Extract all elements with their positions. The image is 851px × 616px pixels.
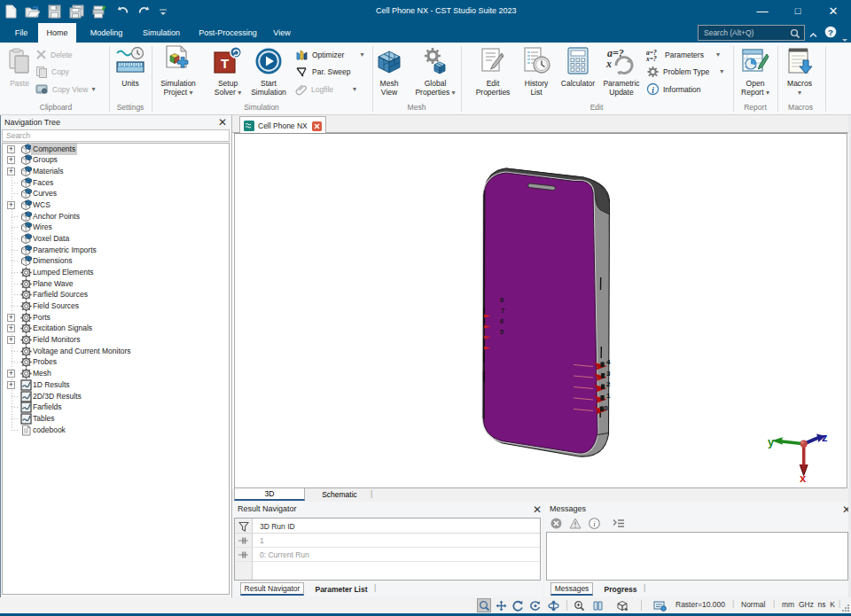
svg-text:4: 4 (606, 358, 611, 366)
svg-text:T: T (221, 56, 229, 71)
svg-text:x=?: x=? (646, 54, 657, 61)
svg-text:8: 8 (500, 296, 504, 304)
svg-text:x: x (800, 472, 807, 485)
svg-text:2: 2 (606, 380, 611, 388)
svg-text:1: 1 (606, 392, 611, 400)
svg-text:i: i (652, 86, 654, 95)
svg-text:3: 3 (606, 370, 611, 378)
svg-text:x: x (605, 58, 612, 70)
svg-text:5: 5 (500, 328, 504, 336)
svg-text:?: ? (828, 27, 833, 37)
svg-text:6: 6 (500, 317, 504, 325)
svg-text:z: z (822, 431, 828, 444)
svg-text:0: 0 (605, 404, 609, 412)
svg-text:7: 7 (501, 307, 504, 315)
svg-text:y: y (768, 435, 775, 448)
